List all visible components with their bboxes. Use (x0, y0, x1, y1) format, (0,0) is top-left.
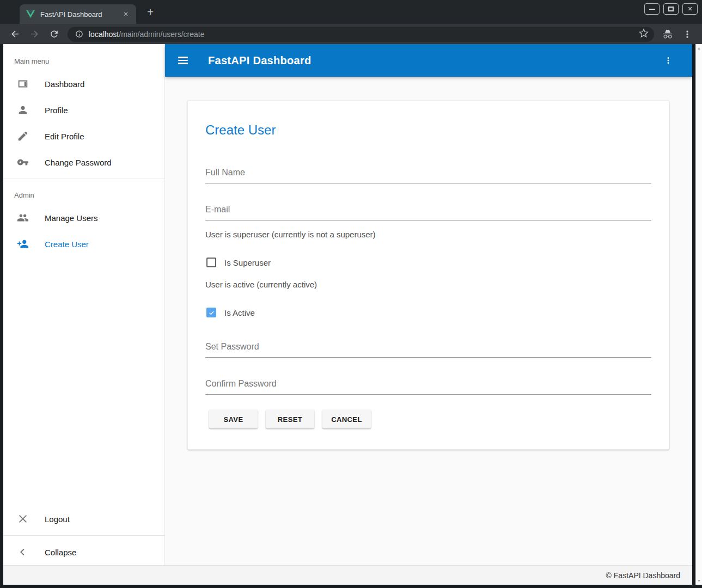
url-path: /main/admin/users/create (119, 30, 204, 39)
menu-toggle-button[interactable] (178, 54, 191, 67)
is-superuser-checkbox[interactable]: Is Superuser (206, 258, 271, 267)
address-bar[interactable]: localhost/main/admin/users/create (68, 27, 654, 42)
back-arrow-icon (10, 29, 20, 39)
checkmark-icon (208, 309, 215, 316)
reload-button[interactable] (46, 27, 62, 42)
person-add-icon (17, 238, 29, 250)
forward-button[interactable] (26, 27, 42, 42)
tab-close-icon[interactable]: ✕ (121, 9, 131, 19)
sidebar-section-admin: Admin (3, 182, 164, 205)
pencil-icon (17, 130, 29, 142)
confirm-password-field (205, 379, 651, 395)
back-button[interactable] (7, 27, 23, 42)
copyright-text: © FastAPI Dashboard (606, 571, 680, 580)
main-content: Create User User is superuser (currently… (165, 77, 692, 565)
reload-icon (49, 29, 59, 39)
maximize-button[interactable] (663, 3, 679, 15)
sidebar-item-change-password[interactable]: Change Password (3, 149, 164, 175)
browser-tab[interactable]: FastAPI Dashboard ✕ (20, 4, 136, 24)
forward-arrow-icon (29, 29, 40, 39)
active-note: User is active (currently active) (205, 280, 317, 289)
checkbox-checked-icon (206, 308, 216, 317)
incognito-icon (662, 29, 673, 40)
browser-titlebar: FastAPI Dashboard ✕ + ✕ (0, 0, 702, 24)
page-footer: © FastAPI Dashboard (3, 565, 692, 585)
scrollbar[interactable]: ▲ ▼ (695, 44, 702, 585)
web-page: Main menu Dashboard Profile Edit Profile… (3, 44, 692, 585)
browser-toolbar: localhost/main/admin/users/create (0, 24, 702, 44)
kebab-menu-icon (682, 29, 693, 40)
sidebar: Main menu Dashboard Profile Edit Profile… (3, 44, 165, 565)
scroll-up-icon[interactable]: ▲ (696, 46, 702, 50)
people-icon (17, 212, 29, 224)
create-user-card: Create User User is superuser (currently… (187, 100, 669, 450)
sidebar-item-logout[interactable]: Logout (3, 506, 164, 532)
kebab-menu-icon (663, 56, 673, 65)
close-button[interactable]: ✕ (682, 3, 698, 15)
sidebar-divider (3, 535, 164, 536)
superuser-note: User is superuser (currently is not a su… (205, 230, 376, 239)
bookmark-button[interactable] (639, 28, 649, 40)
chevron-left-icon (17, 546, 29, 558)
checkbox-unchecked-icon (206, 258, 216, 267)
app-title: FastAPI Dashboard (208, 54, 312, 67)
email-field (205, 205, 651, 220)
window-controls: ✕ (644, 3, 698, 15)
scroll-down-icon[interactable]: ▼ (696, 579, 702, 583)
star-icon (639, 28, 649, 38)
email-input[interactable] (205, 205, 651, 220)
sidebar-item-edit-profile[interactable]: Edit Profile (3, 123, 164, 149)
hamburger-icon (178, 57, 188, 58)
confirm-password-input[interactable] (205, 379, 651, 395)
key-icon (17, 156, 29, 168)
incognito-indicator (660, 27, 676, 42)
set-password-field (205, 342, 651, 358)
is-active-checkbox[interactable]: Is Active (206, 308, 255, 317)
url-host: localhost (89, 30, 119, 39)
sidebar-item-create-user[interactable]: Create User (3, 231, 164, 257)
new-tab-button[interactable]: + (144, 5, 157, 19)
person-icon (17, 104, 29, 116)
browser-window: FastAPI Dashboard ✕ + ✕ localhost/main/a… (0, 0, 702, 588)
reset-button[interactable]: RESET (266, 410, 314, 428)
sidebar-item-manage-users[interactable]: Manage Users (3, 205, 164, 231)
maximize-icon (668, 7, 674, 11)
minimize-button[interactable] (644, 3, 660, 15)
tab-title: FastAPI Dashboard (40, 10, 121, 19)
dashboard-icon (17, 78, 29, 90)
is-active-label: Is Active (224, 308, 255, 317)
sidebar-spacer (3, 257, 164, 506)
set-password-input[interactable] (205, 342, 651, 358)
sidebar-section-main-menu: Main menu (3, 48, 164, 71)
close-x-icon (17, 513, 29, 525)
minimize-icon (649, 9, 655, 10)
info-icon (75, 30, 83, 38)
vue-logo-icon (26, 10, 35, 18)
save-button[interactable]: SAVE (209, 410, 258, 428)
cancel-button[interactable]: CANCEL (322, 410, 371, 428)
sidebar-item-dashboard[interactable]: Dashboard (3, 71, 164, 97)
sidebar-divider (3, 179, 164, 179)
browser-menu-button[interactable] (679, 27, 695, 42)
sidebar-item-profile[interactable]: Profile (3, 97, 164, 123)
form-actions: SAVE RESET CANCEL (209, 410, 371, 428)
sidebar-item-collapse[interactable]: Collapse (3, 539, 164, 565)
url-text: localhost/main/admin/users/create (89, 29, 204, 39)
app-menu-button[interactable] (662, 54, 675, 67)
full-name-field (205, 168, 651, 183)
full-name-input[interactable] (205, 168, 651, 183)
page-title: Create User (205, 122, 276, 138)
is-superuser-label: Is Superuser (224, 258, 271, 267)
app-header: FastAPI Dashboard (165, 44, 692, 77)
